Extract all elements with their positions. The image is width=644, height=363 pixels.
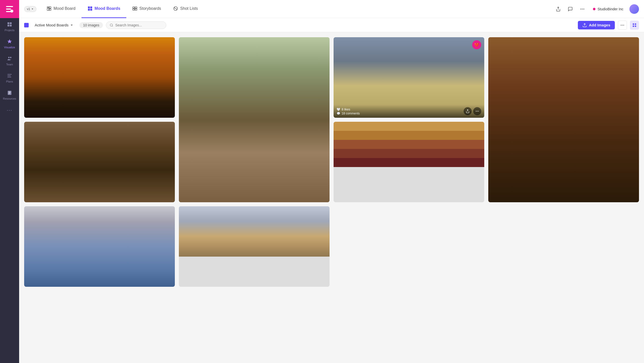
image-cowboy-sunset	[24, 37, 175, 118]
top-navigation: v1 Mood Board Mood Boards Storyboards Sh…	[19, 0, 644, 18]
filter-dropdown[interactable]: Active Mood Boards	[32, 21, 76, 29]
toolbar: Active Mood Boards 10 images Add Images	[19, 18, 644, 32]
image-grid-container: ❤️ 🤍 8 likes 💬 18 comments	[19, 32, 644, 363]
image-card-monument-valley[interactable]	[179, 206, 330, 287]
svg-rect-21	[88, 7, 90, 9]
card-overlay: 🤍 8 likes 💬 18 comments	[334, 105, 484, 118]
sidebar-logo[interactable]	[0, 0, 19, 18]
sidebar-item-team-label: Team	[6, 63, 13, 66]
image-card-belt-buckle[interactable]	[24, 206, 175, 287]
svg-rect-0	[6, 6, 13, 7]
search-input[interactable]	[115, 23, 163, 27]
main-content: v1 Mood Board Mood Boards Storyboards Sh…	[19, 0, 644, 363]
svg-rect-6	[8, 25, 9, 26]
studio-dot	[593, 8, 595, 10]
sidebar-item-resources[interactable]: Resources	[0, 87, 19, 104]
svg-rect-43	[635, 25, 636, 27]
tab-mood-boards[interactable]: Mood Boards	[82, 0, 126, 18]
user-avatar[interactable]	[629, 4, 639, 14]
upload-icon	[582, 23, 587, 27]
sidebar-item-more[interactable]: ···	[0, 104, 19, 116]
heart-icon: 🤍	[337, 108, 340, 111]
svg-rect-18	[49, 7, 51, 9]
studio-name: StudioBinder Inc	[597, 7, 623, 11]
sidebar-item-resources-label: Resources	[3, 97, 16, 100]
svg-rect-19	[47, 8, 49, 10]
svg-point-3	[10, 10, 13, 13]
image-count-badge: 10 images	[79, 22, 103, 28]
version-label: v1	[27, 7, 30, 11]
filter-label: Active Mood Boards	[35, 23, 68, 27]
svg-point-46	[477, 111, 478, 112]
svg-point-32	[582, 9, 583, 9]
likes-count: 8 likes	[342, 108, 350, 111]
svg-rect-4	[8, 22, 9, 24]
image-color-palette	[334, 122, 484, 167]
tab-shot-lists[interactable]: Shot Lists	[167, 0, 204, 18]
version-dropdown[interactable]: v1	[24, 6, 36, 12]
image-monument-valley	[179, 206, 330, 257]
sidebar-item-projects[interactable]: Projects	[0, 18, 19, 35]
svg-rect-28	[135, 9, 137, 10]
image-count-text: 10 images	[83, 23, 99, 27]
svg-point-9	[10, 57, 12, 58]
tab-storyboards-label: Storyboards	[139, 6, 161, 11]
svg-rect-41	[635, 23, 636, 25]
share-card-button[interactable]	[464, 107, 472, 115]
sidebar-item-team[interactable]: Team	[0, 52, 19, 69]
search-icon	[110, 23, 113, 27]
image-card-cowboy-hat[interactable]	[488, 37, 639, 202]
toolbar-grid-button[interactable]	[630, 21, 639, 30]
chat-button[interactable]	[566, 5, 575, 14]
svg-rect-26	[135, 7, 137, 8]
svg-rect-40	[633, 23, 634, 25]
sidebar-item-plans-label: Plans	[6, 80, 13, 83]
image-belt-buckle	[24, 206, 175, 287]
more-dots-icon: ···	[7, 107, 13, 113]
svg-point-38	[622, 25, 623, 25]
svg-rect-24	[90, 9, 92, 11]
sidebar-item-visualize[interactable]: Visualize	[0, 35, 19, 52]
nav-actions: StudioBinder Inc	[554, 4, 639, 14]
image-card-old-house[interactable]: ❤️ 🤍 8 likes 💬 18 comments	[334, 37, 484, 118]
svg-rect-20	[49, 9, 51, 11]
svg-rect-1	[6, 9, 11, 10]
comments-count: 18 comments	[342, 112, 360, 115]
image-card-color-palette[interactable]	[334, 122, 484, 202]
tab-mood-board-label: Mood Board	[54, 6, 75, 11]
comments-stat: 💬 18 comments	[337, 112, 360, 115]
svg-rect-12	[8, 77, 11, 77]
image-card-revolver[interactable]	[24, 122, 175, 202]
image-revolver	[24, 122, 175, 202]
image-card-cowboy-sunset[interactable]	[24, 37, 175, 118]
heart-badge: ❤️	[472, 40, 481, 49]
more-options-button[interactable]	[578, 5, 587, 14]
toolbar-more-button[interactable]	[618, 21, 627, 30]
tab-shot-lists-label: Shot Lists	[180, 6, 198, 11]
svg-rect-10	[8, 74, 12, 75]
svg-rect-23	[88, 9, 90, 11]
more-card-button[interactable]	[473, 107, 481, 115]
search-box[interactable]	[106, 21, 166, 29]
image-card-tree-girls[interactable]	[179, 37, 330, 202]
svg-point-39	[623, 25, 624, 25]
svg-point-31	[581, 9, 581, 9]
svg-rect-42	[633, 25, 634, 27]
share-button[interactable]	[554, 5, 563, 14]
svg-point-45	[476, 111, 476, 112]
sidebar-item-plans[interactable]: Plans	[0, 69, 19, 87]
svg-rect-5	[10, 22, 12, 24]
tab-storyboards[interactable]: Storyboards	[126, 0, 167, 18]
image-grid: ❤️ 🤍 8 likes 💬 18 comments	[24, 37, 639, 287]
svg-rect-25	[133, 7, 135, 8]
sidebar-item-visualize-label: Visualize	[4, 46, 15, 49]
studio-badge[interactable]: StudioBinder Inc	[590, 6, 626, 12]
svg-point-8	[8, 57, 10, 58]
tab-mood-board[interactable]: Mood Board	[41, 0, 82, 18]
sidebar-item-projects-label: Projects	[5, 29, 15, 32]
svg-point-37	[621, 25, 621, 25]
tab-mood-boards-label: Mood Boards	[95, 6, 120, 11]
add-images-button[interactable]: Add Images	[578, 21, 615, 29]
comment-icon: 💬	[337, 112, 340, 115]
svg-point-47	[478, 111, 479, 112]
